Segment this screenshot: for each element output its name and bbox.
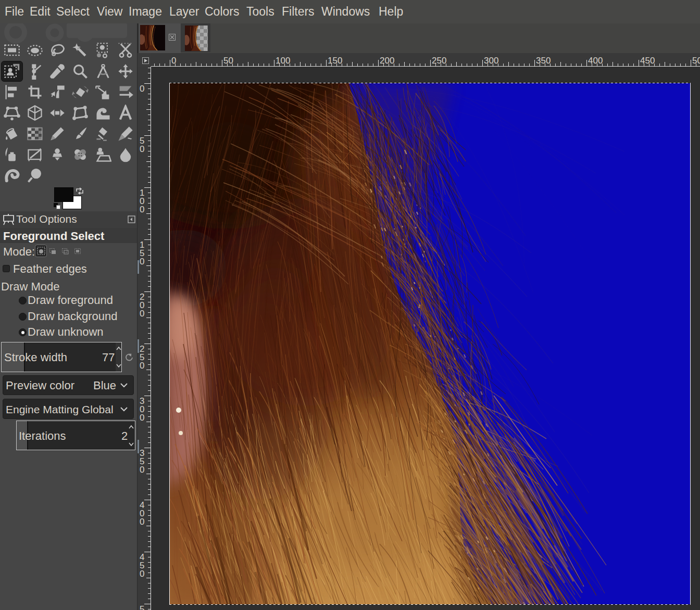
svg-text:300: 300: [484, 56, 498, 66]
svg-text:0: 0: [140, 84, 144, 94]
svg-text:0: 0: [140, 309, 144, 319]
svg-text:200: 200: [380, 56, 394, 66]
svg-text:400: 400: [588, 56, 603, 66]
svg-text:0: 0: [140, 465, 144, 475]
svg-text:0: 0: [140, 361, 144, 371]
svg-text:0: 0: [140, 144, 144, 154]
svg-text:100: 100: [276, 56, 290, 66]
svg-text:0: 0: [140, 257, 144, 266]
svg-text:0: 0: [140, 205, 144, 214]
svg-text:0: 0: [140, 569, 144, 579]
svg-text:450: 450: [640, 56, 655, 66]
svg-text:0: 0: [171, 56, 176, 66]
svg-text:50: 50: [223, 56, 233, 66]
svg-text:5: 5: [140, 604, 144, 610]
svg-text:0: 0: [140, 517, 144, 527]
svg-text:250: 250: [432, 56, 446, 66]
svg-text:350: 350: [536, 56, 551, 66]
svg-text:0: 0: [140, 413, 144, 423]
svg-text:150: 150: [328, 56, 342, 66]
